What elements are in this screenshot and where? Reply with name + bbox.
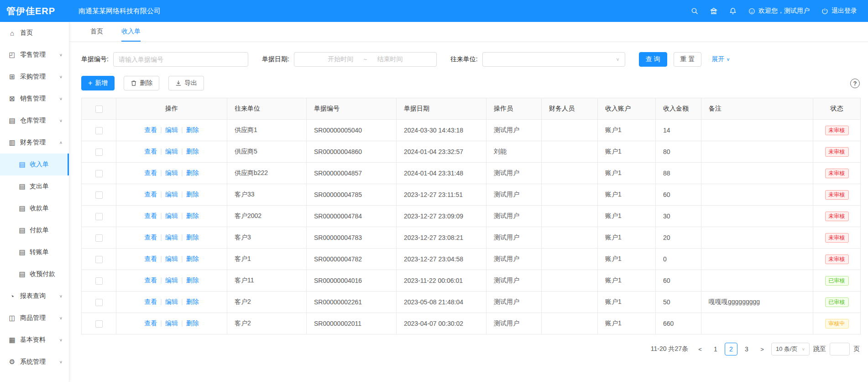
delete-link[interactable]: 删除 (186, 212, 199, 219)
sidebar-item-home[interactable]: ⌂ 首页 (0, 22, 69, 44)
sidebar-item-retail[interactable]: ◰ 零售管理 ∨ (0, 44, 69, 66)
welcome-user[interactable]: 欢迎您，测试用户 (748, 7, 810, 15)
sidebar-item-system[interactable]: ⚙ 系统管理 ∨ (0, 351, 69, 373)
table-row: 查看|编辑|删除 客户33 SR00000004785 2023-12-27 2… (82, 184, 861, 206)
sidebar-item-warehouse[interactable]: ▤ 仓库管理 ∨ (0, 110, 69, 132)
bill-no-input[interactable] (113, 52, 248, 67)
sidebar-item-basic-data[interactable]: ▦ 基本资料 ∨ (0, 329, 69, 351)
bell-icon[interactable] (729, 7, 737, 15)
plus-icon: + (88, 80, 92, 87)
tab-home[interactable]: 首页 (90, 22, 103, 42)
row-checkbox[interactable] (95, 170, 103, 177)
col-bill-date: 单据日期 (397, 98, 486, 120)
delete-link[interactable]: 删除 (186, 169, 199, 176)
chevron-down-icon: ∨ (59, 74, 63, 79)
delete-link[interactable]: 删除 (186, 233, 199, 241)
tab-income-bill[interactable]: 收入单 (121, 22, 141, 42)
edit-link[interactable]: 编辑 (165, 319, 178, 327)
edit-link[interactable]: 编辑 (165, 255, 178, 262)
sidebar-item-payment-bill[interactable]: ▤ 付款单 (0, 219, 69, 241)
view-link[interactable]: 查看 (144, 276, 157, 284)
filter-actions: 查 询 重 置 展开 ∨ (639, 52, 730, 67)
status-badge: 未审核 (825, 212, 849, 221)
edit-link[interactable]: 编辑 (165, 298, 178, 305)
edit-link[interactable]: 编辑 (165, 212, 178, 219)
remark-cell (701, 184, 813, 206)
delete-link[interactable]: 删除 (186, 126, 199, 133)
bill-date-cell: 2023-05-08 21:48:04 (397, 292, 486, 313)
page-number-button[interactable]: 1 (709, 343, 722, 355)
view-link[interactable]: 查看 (144, 319, 157, 327)
status-cell: 未审核 (813, 227, 861, 249)
add-button[interactable]: + 新增 (81, 76, 115, 90)
edit-link[interactable]: 编辑 (165, 126, 178, 133)
row-checkbox[interactable] (95, 149, 103, 156)
row-checkbox[interactable] (95, 234, 103, 242)
view-link[interactable]: 查看 (144, 255, 157, 262)
edit-link[interactable]: 编辑 (165, 276, 178, 284)
sidebar-item-sales[interactable]: ⊠ 销售管理 ∨ (0, 88, 69, 110)
sidebar-item-purchase[interactable]: ⊞ 采购管理 ∨ (0, 66, 69, 88)
view-link[interactable]: 查看 (144, 191, 157, 198)
income-account-cell: 账户1 (598, 141, 656, 163)
sidebar-item-receipt-bill[interactable]: ▤ 收款单 (0, 197, 69, 219)
row-checkbox[interactable] (95, 320, 103, 328)
delete-link[interactable]: 删除 (186, 191, 199, 198)
logout-button[interactable]: 退出登录 (821, 7, 857, 15)
row-checkbox[interactable] (95, 127, 103, 134)
search-button[interactable]: 查 询 (639, 52, 667, 67)
status-cell: 未审核 (813, 141, 861, 163)
home-icon: ⌂ (8, 29, 16, 37)
sidebar-item-goods[interactable]: ◫ 商品管理 ∨ (0, 307, 69, 329)
col-operator: 操作员 (486, 98, 542, 120)
edit-link[interactable]: 编辑 (165, 169, 178, 176)
edit-link[interactable]: 编辑 (165, 233, 178, 241)
row-checkbox[interactable] (95, 213, 103, 220)
jump-page-input[interactable] (830, 343, 850, 355)
sidebar-item-income-bill[interactable]: ▤ 收入单 (0, 154, 69, 175)
partner-select[interactable]: ∨ (482, 52, 625, 67)
row-checkbox[interactable] (95, 191, 103, 199)
sidebar-item-finance[interactable]: ▥ 财务管理 ∧ (0, 132, 69, 154)
sidebar-item-advance-bill[interactable]: ▤ 收预付款 (0, 263, 69, 285)
bill-no-cell: SR00000005040 (307, 120, 397, 141)
view-link[interactable]: 查看 (144, 126, 157, 133)
edit-link[interactable]: 编辑 (165, 191, 178, 198)
page-size-select[interactable]: 10 条/页 ∨ (771, 343, 810, 355)
sidebar-item-report[interactable]: ◔ 报表查询 ∨ (0, 285, 69, 307)
status-badge: 未审核 (825, 169, 849, 178)
sidebar-item-transfer-bill[interactable]: ▤ 转账单 (0, 241, 69, 263)
page-number-button[interactable]: 3 (740, 343, 753, 355)
select-all-checkbox[interactable] (95, 106, 103, 113)
edit-link[interactable]: 编辑 (165, 148, 178, 155)
help-icon[interactable]: ? (850, 79, 860, 88)
page-number-button[interactable]: 2 (725, 343, 737, 355)
expand-link[interactable]: 展开 ∨ (711, 55, 730, 64)
warehouse-icon: ▤ (8, 117, 16, 125)
row-checkbox[interactable] (95, 299, 103, 306)
divider: | (181, 212, 183, 219)
row-checkbox[interactable] (95, 277, 103, 285)
search-icon[interactable] (691, 7, 698, 15)
view-link[interactable]: 查看 (144, 212, 157, 219)
view-link[interactable]: 查看 (144, 169, 157, 176)
delete-link[interactable]: 删除 (186, 319, 199, 327)
org-icon[interactable] (710, 7, 717, 15)
row-checkbox[interactable] (95, 256, 103, 263)
export-button[interactable]: 导出 (168, 76, 204, 90)
view-link[interactable]: 查看 (144, 233, 157, 241)
delete-link[interactable]: 删除 (186, 255, 199, 262)
next-page-button[interactable]: > (757, 343, 768, 355)
jump-label: 跳至 (813, 345, 826, 353)
report-icon: ◔ (8, 292, 16, 300)
view-link[interactable]: 查看 (144, 148, 157, 155)
view-link[interactable]: 查看 (144, 298, 157, 305)
reset-button[interactable]: 重 置 (674, 52, 702, 67)
delete-button[interactable]: 删除 (124, 76, 159, 90)
delete-link[interactable]: 删除 (186, 298, 199, 305)
date-range-input[interactable]: 开始时间 ~ 结束时间 (294, 52, 437, 67)
delete-link[interactable]: 删除 (186, 148, 199, 155)
prev-page-button[interactable]: < (695, 343, 706, 355)
delete-link[interactable]: 删除 (186, 276, 199, 284)
sidebar-item-expense-bill[interactable]: ▤ 支出单 (0, 175, 69, 197)
